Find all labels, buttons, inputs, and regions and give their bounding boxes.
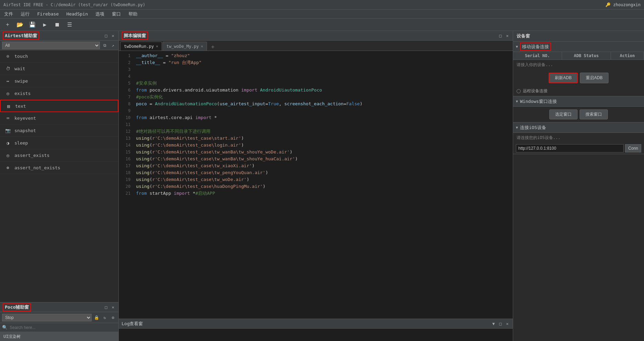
code-line-5: 5 #安卓实例 bbox=[119, 80, 513, 87]
code-line-18: 18 using(r'C:\demoAir\test_case\tw_pengY… bbox=[119, 169, 513, 176]
airtest-item-snapshot-label: snapshot bbox=[14, 128, 36, 133]
poco-minimize-btn[interactable]: □ bbox=[103, 305, 109, 310]
code-line-3: 3 bbox=[119, 66, 513, 73]
wait-icon: ⏱ bbox=[5, 66, 11, 72]
stop-button[interactable]: ⏹ bbox=[53, 21, 61, 29]
editor-panel-title: 脚本编辑窗 bbox=[122, 32, 148, 40]
airtest-item-wait[interactable]: ⏱ wait bbox=[0, 63, 118, 75]
airtest-item-wait-label: wait bbox=[14, 66, 25, 71]
filter-icon-btn1[interactable]: ⧉ bbox=[101, 42, 108, 49]
menu-help[interactable]: 帮助 bbox=[127, 10, 139, 18]
assert-exists-icon: ◎ bbox=[5, 152, 11, 159]
airtest-item-keyevent[interactable]: ⌨ keyevent bbox=[0, 112, 118, 125]
airtest-item-touch-label: touch bbox=[14, 54, 28, 59]
user-name: 🔑 zhouzongxin bbox=[605, 2, 641, 7]
menu-window[interactable]: 窗口 bbox=[111, 10, 122, 18]
editor-minimize-btn[interactable]: □ bbox=[498, 33, 503, 39]
airtest-item-snapshot[interactable]: 📷 snapshot bbox=[0, 125, 118, 137]
run-button[interactable]: ▶ bbox=[41, 21, 49, 29]
airtest-item-keyevent-label: keyevent bbox=[14, 116, 36, 121]
airtest-close-btn[interactable]: ✕ bbox=[110, 33, 116, 39]
log-close-btn[interactable]: ✕ bbox=[505, 321, 510, 327]
poco-mode-select[interactable]: Stop bbox=[2, 314, 92, 321]
code-line-19: 19 using(r'C:\demoAir\test_case\tw_woDe.… bbox=[119, 176, 513, 183]
mobile-section-title: 移动设备连接 bbox=[520, 43, 551, 51]
windows-section-title: Windows窗口连接 bbox=[520, 98, 557, 105]
log-filter-btn[interactable]: ▼ bbox=[491, 321, 496, 327]
tab-twdomerun[interactable]: twDomeRun.py ✕ bbox=[120, 42, 162, 51]
airtest-panel-header: Airtest辅助窗 □ ✕ bbox=[0, 31, 118, 41]
refresh-adb-btn[interactable]: 刷新ADB bbox=[549, 73, 578, 83]
editor-header: 脚本编辑窗 □ ✕ bbox=[119, 31, 513, 41]
menu-run[interactable]: 运行 bbox=[19, 10, 31, 18]
col-serial: Serial NO. bbox=[513, 52, 562, 60]
open-button[interactable]: 📂 bbox=[16, 21, 24, 29]
poco-lock-btn[interactable]: 🔒 bbox=[93, 314, 100, 321]
editor-close-btn[interactable]: ✕ bbox=[505, 33, 510, 39]
ios-connect-label: 请连接您的iOS设备... bbox=[513, 133, 644, 143]
ios-connect-btn[interactable]: Conn bbox=[625, 144, 641, 152]
tab-twwodemy-close[interactable]: ✕ bbox=[201, 44, 203, 49]
poco-settings-btn[interactable]: ⚙ bbox=[110, 314, 116, 321]
airtest-item-text[interactable]: ▤ text bbox=[0, 100, 118, 112]
device-panel-header: 设备窗 bbox=[513, 31, 644, 42]
log-panel-title: Log查看窗 bbox=[122, 321, 143, 327]
airtest-item-sleep[interactable]: ◑ sleep bbox=[0, 137, 118, 149]
airtest-minimize-btn[interactable]: □ bbox=[103, 33, 109, 39]
ui-tree-item[interactable]: UI渲染树 bbox=[0, 332, 118, 341]
airtest-item-text-label: text bbox=[15, 104, 26, 109]
airtest-item-touch[interactable]: ⊙ touch bbox=[0, 50, 118, 63]
airtest-filter-select[interactable]: All bbox=[2, 42, 100, 49]
search-window-btn[interactable]: 搜索窗口 bbox=[580, 109, 608, 119]
log-panel-header: Log查看窗 ▼ □ ✕ bbox=[119, 319, 513, 329]
poco-close-btn[interactable]: ✕ bbox=[110, 305, 116, 310]
new-button[interactable]: ＋ bbox=[3, 21, 12, 29]
code-line-1: 1 __author__ = "zhouz" bbox=[119, 52, 513, 59]
menu-firebase[interactable]: Firebase bbox=[36, 11, 60, 17]
windows-section-header[interactable]: ▼ Windows窗口连接 bbox=[513, 96, 644, 107]
code-line-12: 12 #绝对路径可以再不同目录下进行调用 bbox=[119, 128, 513, 135]
code-editor[interactable]: 1 __author__ = "zhouz" 2 __title__ = "ru… bbox=[119, 51, 513, 319]
tab-twdomerun-close[interactable]: ✕ bbox=[156, 44, 158, 49]
tab-add-button[interactable]: ＋ bbox=[209, 43, 217, 51]
title-bar: AirTest IDE FREE - C:/demoAir (test_run/… bbox=[0, 0, 644, 10]
log-minimize-btn[interactable]: □ bbox=[498, 321, 503, 327]
poco-refresh-btn[interactable]: ↻ bbox=[101, 314, 108, 321]
remote-label: 远程设备连接 bbox=[523, 88, 548, 94]
menu-options[interactable]: 选项 bbox=[94, 10, 106, 18]
select-window-btn[interactable]: 选定窗口 bbox=[549, 109, 578, 119]
ui-tree-label: UI渲染树 bbox=[3, 334, 21, 340]
ios-section-title: 连接iOS设备 bbox=[520, 125, 546, 131]
ios-section-header[interactable]: ▼ 连接iOS设备 bbox=[513, 122, 644, 133]
airtest-panel-title: Airtest辅助窗 bbox=[3, 32, 39, 40]
menu-file[interactable]: 文件 bbox=[3, 10, 14, 18]
mobile-connect-text: 请接入你的设备... bbox=[513, 60, 644, 70]
more-button[interactable]: ☰ bbox=[65, 21, 74, 29]
airtest-item-assert-exists-label: assert_exists bbox=[14, 153, 50, 158]
mobile-section-header[interactable]: ▼ 移动设备连接 bbox=[513, 42, 644, 52]
remote-radio[interactable] bbox=[517, 89, 521, 93]
poco-search-input[interactable] bbox=[10, 325, 116, 330]
airtest-item-assert-exists[interactable]: ◎ assert_exists bbox=[0, 149, 118, 162]
menu-headspin[interactable]: HeadSpin bbox=[65, 11, 90, 17]
poco-search-bar: 🔍 bbox=[0, 323, 118, 332]
ios-url-input[interactable] bbox=[516, 144, 624, 152]
left-panel: Airtest辅助窗 □ ✕ All ⧉ ↗ ⊙ touch ⏱ wait bbox=[0, 31, 119, 341]
code-line-13: 13 using(r'C:\demoAir\test_case\start.ai… bbox=[119, 135, 513, 142]
restart-adb-btn[interactable]: 重启ADB bbox=[580, 73, 609, 83]
filter-icon-btn2[interactable]: ↗ bbox=[110, 42, 116, 49]
code-line-4: 4 bbox=[119, 73, 513, 80]
tab-twwodemy[interactable]: tw_woDe_My.py ✕ bbox=[163, 42, 207, 51]
airtest-filter-bar: All ⧉ ↗ bbox=[0, 41, 118, 50]
log-panel: Log查看窗 ▼ □ ✕ bbox=[119, 319, 513, 341]
airtest-item-assert-not-exists[interactable]: ⊗ assert_not_exists bbox=[0, 162, 118, 174]
editor-panel-controls: □ ✕ bbox=[498, 33, 510, 39]
ios-input-row: Conn bbox=[513, 143, 644, 154]
save-button[interactable]: 💾 bbox=[28, 21, 37, 29]
airtest-item-swipe[interactable]: ↔ swipe bbox=[0, 75, 118, 87]
code-line-17: 17 using(r'C:\demoAir\test_case\tw_xiaoX… bbox=[119, 162, 513, 169]
code-line-9: 9 bbox=[119, 107, 513, 114]
code-line-8: 8 poco = AndroidUiautomationPoco(use_air… bbox=[119, 100, 513, 107]
airtest-item-exists[interactable]: ◎ exists bbox=[0, 87, 118, 100]
keyevent-icon: ⌨ bbox=[5, 115, 11, 121]
